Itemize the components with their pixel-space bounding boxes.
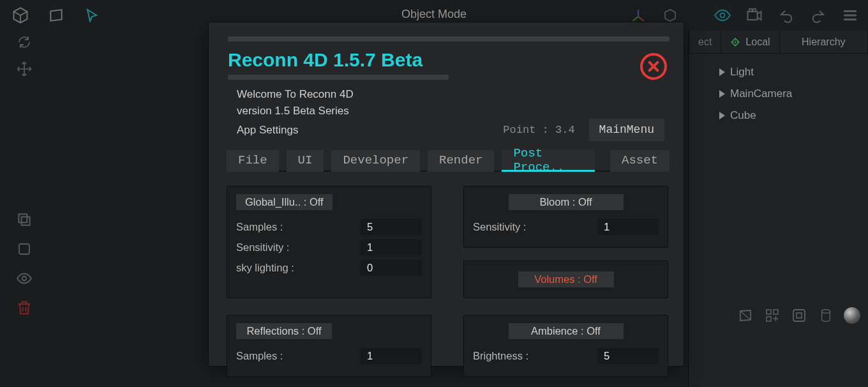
svg-rect-12 (797, 313, 802, 318)
right-panel: ect Local Hierarchy Light MainCamera Cub… (688, 31, 868, 387)
close-button[interactable] (640, 53, 667, 80)
modal-subbar (228, 75, 449, 80)
settings-panels: Global_Illu.. : Off Samples :5 Sensitivi… (209, 172, 684, 377)
svg-rect-5 (22, 217, 30, 225)
gi-sky-label: sky lighting : (236, 262, 294, 274)
panel-ambience: Ambience : Off Brightness :5 (463, 315, 668, 377)
hierarchy-tree: Light MainCamera Cube (689, 54, 868, 134)
hierarchy-item-label: Light (730, 66, 754, 79)
ambience-brightness-input[interactable]: 5 (597, 348, 659, 364)
bloom-sensitivity-label: Sensitivity : (473, 221, 526, 233)
svg-point-3 (753, 9, 756, 12)
settings-modal: Reconn 4D 1.5.7 Beta Welcome To Reconn 4… (208, 22, 684, 367)
toggle-bloom[interactable]: Bloom : Off (509, 194, 624, 210)
svg-rect-11 (793, 310, 805, 321)
gi-sky-input[interactable]: 0 (361, 260, 422, 276)
svg-rect-4 (19, 214, 27, 222)
welcome-line: version 1.5 Beta Series (237, 103, 664, 119)
material-plane-icon[interactable] (737, 307, 754, 324)
tab-object-cut[interactable]: ect (689, 31, 721, 53)
svg-point-2 (749, 9, 752, 12)
cube-icon[interactable] (11, 6, 29, 24)
plane-icon[interactable] (47, 6, 65, 24)
tab-hierarchy[interactable]: Hierarchy (780, 31, 868, 53)
gi-samples-label: Samples : (236, 221, 283, 233)
box-icon[interactable] (790, 307, 808, 324)
tab-developer[interactable]: Developer (331, 150, 420, 172)
hierarchy-item-label: MainCamera (730, 87, 792, 100)
left-tools-upper (9, 33, 40, 78)
point-label: Point : 3.4 (503, 122, 574, 139)
gi-samples-input[interactable]: 5 (361, 219, 422, 235)
visibility-icon[interactable] (15, 269, 33, 287)
bloom-sensitivity-input[interactable]: 1 (597, 219, 659, 235)
menu-icon[interactable] (841, 6, 859, 24)
mode-label: Object Mode (401, 8, 467, 21)
panel-bloom: Bloom : Off Sensitivity :1 (463, 186, 668, 248)
grid-add-icon[interactable] (763, 307, 781, 324)
svg-point-0 (721, 13, 725, 18)
modal-drag-bar[interactable] (228, 36, 670, 42)
toggle-volumes[interactable]: Volumes : Off (518, 271, 614, 287)
svg-rect-6 (19, 244, 29, 254)
toggle-reflections[interactable]: Reflections : Off (236, 323, 332, 339)
svg-rect-1 (748, 11, 758, 20)
square-icon[interactable] (15, 240, 33, 258)
undo-icon[interactable] (777, 6, 795, 24)
gi-sensitivity-input[interactable]: 1 (361, 239, 422, 255)
left-tools-lower (9, 211, 40, 317)
svg-rect-10 (767, 317, 771, 321)
redo-icon[interactable] (809, 6, 827, 24)
right-panel-tabs: ect Local Hierarchy (689, 31, 868, 54)
panel-reflections: Reflections : Off Samples :1 (227, 315, 431, 377)
mainmenu-button[interactable]: MainMenu (589, 119, 664, 141)
sphere-icon[interactable] (844, 307, 860, 324)
cylinder-icon[interactable] (817, 307, 835, 324)
toggle-ambience[interactable]: Ambience : Off (509, 323, 624, 339)
hierarchy-item-cube[interactable]: Cube (692, 105, 864, 126)
tab-local-label: Local (745, 36, 770, 48)
tab-ui[interactable]: UI (287, 150, 324, 172)
toggle-global-illumination[interactable]: Global_Illu.. : Off (236, 194, 333, 210)
eye-icon[interactable] (714, 6, 731, 24)
tab-local[interactable]: Local (721, 31, 779, 53)
move-icon[interactable] (15, 60, 33, 78)
panel-global-illumination: Global_Illu.. : Off Samples :5 Sensitivi… (227, 186, 431, 298)
svg-point-13 (822, 310, 830, 314)
tab-render[interactable]: Render (428, 150, 494, 172)
cursor-icon[interactable] (83, 6, 101, 24)
right-panel-bottom-icons (737, 307, 860, 324)
modal-title: Reconn 4D 1.5.7 Beta (228, 49, 664, 71)
welcome-line: App Settings (237, 122, 298, 139)
gi-sensitivity-label: Sensitivity : (236, 241, 289, 254)
duplicate-icon[interactable] (15, 211, 33, 229)
refresh-icon[interactable] (15, 33, 33, 51)
camera-icon[interactable] (745, 6, 763, 24)
modal-welcome-block: Welcome To Reconn 4D version 1.5 Beta Se… (209, 80, 684, 141)
hierarchy-item-maincamera[interactable]: MainCamera (692, 83, 864, 105)
tab-file[interactable]: File (227, 150, 279, 172)
hierarchy-item-label: Cube (730, 109, 756, 122)
chevron-right-icon (719, 112, 725, 119)
panel-volumes: Volumes : Off (463, 261, 668, 298)
reflections-samples-label: Samples : (236, 350, 283, 362)
svg-point-7 (22, 277, 27, 281)
svg-rect-8 (767, 310, 771, 314)
svg-rect-9 (774, 310, 778, 314)
tab-postprocess[interactable]: Post Proce.. (502, 150, 595, 172)
hierarchy-item-light[interactable]: Light (692, 61, 864, 83)
tab-asset[interactable]: Asset (610, 150, 670, 172)
chevron-right-icon (719, 68, 725, 76)
welcome-line: Welcome To Reconn 4D (237, 86, 664, 103)
chevron-right-icon (719, 90, 725, 98)
trash-icon[interactable] (15, 299, 33, 317)
reflections-samples-input[interactable]: 1 (361, 348, 422, 364)
settings-tabs: File UI Developer Render Post Proce.. As… (227, 150, 670, 172)
ambience-brightness-label: Brightness : (473, 350, 528, 362)
